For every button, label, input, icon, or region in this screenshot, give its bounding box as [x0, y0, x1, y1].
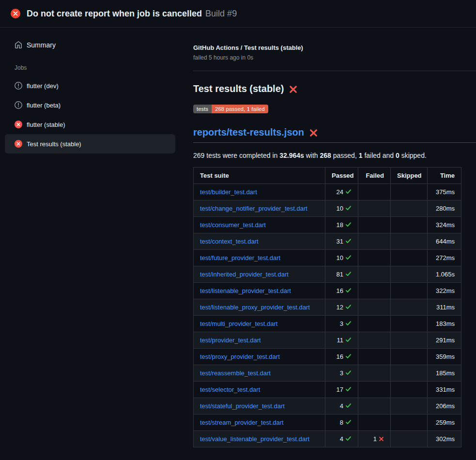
skipped-cell	[391, 283, 428, 299]
passed-cell: 12	[325, 299, 358, 316]
skipped-cell	[391, 266, 428, 283]
test-suite-link[interactable]: test/value_listenable_provider_test.dart	[200, 435, 309, 443]
test-results-table: Test suitePassedFailedSkippedTime test/b…	[193, 167, 461, 447]
test-suite-row: test/consumer_test.dart18324ms	[194, 217, 461, 233]
test-suite-row: test/value_listenable_provider_test.dart…	[194, 431, 461, 447]
sidebar-summary-label: Summary	[27, 41, 56, 49]
test-suite-link[interactable]: test/stateful_provider_test.dart	[200, 402, 285, 410]
failed-cell	[358, 217, 391, 233]
time-cell: 331ms	[428, 382, 461, 398]
time-cell: 183ms	[428, 316, 461, 332]
build-number: Build #9	[205, 9, 237, 18]
test-suite-row: test/provider_test.dart11291ms	[194, 332, 461, 349]
failed-cell	[358, 184, 391, 200]
failed-cell	[358, 299, 391, 316]
report-link[interactable]: reports/test-results.json	[193, 127, 304, 138]
count-value: 31	[337, 238, 343, 245]
test-suite-row: test/future_provider_test.dart10272ms	[194, 250, 461, 266]
test-suite-link[interactable]: test/provider_test.dart	[200, 337, 261, 344]
time-cell: 375ms	[428, 184, 461, 200]
time-cell: 291ms	[428, 332, 461, 349]
test-suite-link[interactable]: test/reassemble_test.dart	[200, 369, 271, 377]
failed-cell	[358, 200, 391, 217]
sidebar-job-item[interactable]: flutter (dev)	[5, 76, 175, 95]
count-value: 18	[337, 221, 343, 229]
test-suite-link[interactable]: test/multi_provider_test.dart	[200, 320, 277, 327]
passed-cell: 10	[325, 250, 358, 266]
count-value: 8	[340, 419, 343, 426]
test-suite-link[interactable]: test/listenable_provider_test.dart	[200, 287, 291, 294]
suite-cell: test/listenable_proxy_provider_test.dart	[194, 299, 325, 316]
check-icon	[345, 353, 352, 359]
failed-x-icon	[309, 129, 318, 137]
check-icon	[345, 386, 352, 392]
test-suite-link[interactable]: test/proxy_provider_test.dart	[200, 353, 280, 360]
passed-cell: 16	[325, 283, 358, 299]
summary-failed-count: 1	[359, 152, 363, 159]
check-icon	[345, 271, 352, 277]
skipped-cell	[391, 414, 428, 431]
check-icon	[345, 337, 352, 343]
test-suite-link[interactable]: test/future_provider_test.dart	[200, 254, 280, 261]
failed-cell	[358, 349, 391, 365]
test-suite-link[interactable]: test/listenable_proxy_provider_test.dart	[200, 304, 310, 311]
passed-cell: 3	[325, 316, 358, 332]
sidebar-job-item[interactable]: flutter (stable)	[5, 115, 175, 134]
job-label: flutter (dev)	[27, 82, 59, 90]
failed-x-icon	[289, 85, 297, 93]
passed-cell: 11	[325, 332, 358, 349]
summary-prefix: 269 tests were completed in	[193, 152, 279, 159]
column-header: Failed	[358, 168, 391, 184]
column-header: Skipped	[391, 168, 428, 184]
sidebar-job-item[interactable]: Test results (stable)	[5, 134, 175, 153]
failed-cell: 1	[358, 431, 391, 447]
summary-text: passed,	[331, 152, 359, 159]
summary-passed-count: 268	[320, 152, 331, 159]
test-suite-link[interactable]: test/change_notifier_provider_test.dart	[200, 205, 307, 212]
time-cell: 302ms	[428, 431, 461, 447]
passed-cell: 8	[325, 414, 358, 431]
skipped-cell	[391, 365, 428, 382]
sidebar: Summary Jobs flutter (dev)flutter (beta)…	[0, 28, 179, 153]
passed-cell: 4	[325, 431, 358, 447]
check-icon	[345, 238, 352, 244]
time-cell: 259ms	[428, 414, 461, 431]
count-value: 81	[337, 271, 343, 278]
test-suite-link[interactable]: test/consumer_test.dart	[200, 221, 266, 229]
test-suite-link[interactable]: test/selector_test.dart	[200, 386, 260, 393]
table-header: Test suitePassedFailedSkippedTime	[194, 168, 461, 184]
job-label: flutter (stable)	[27, 121, 65, 128]
test-suite-link[interactable]: test/builder_test.dart	[200, 188, 257, 196]
check-icon	[345, 435, 352, 442]
summary-text: skipped.	[399, 152, 427, 159]
check-icon	[345, 287, 352, 293]
check-icon	[345, 320, 352, 326]
suite-cell: test/change_notifier_provider_test.dart	[194, 200, 325, 217]
passed-cell: 10	[325, 200, 358, 217]
suite-cell: test/consumer_test.dart	[194, 217, 325, 233]
test-suite-row: test/listenable_proxy_provider_test.dart…	[194, 299, 461, 316]
test-suite-row: test/change_notifier_provider_test.dart1…	[194, 200, 461, 217]
test-suite-row: test/stream_provider_test.dart8259ms	[194, 414, 461, 431]
main-content: GitHub Actions / Test results (stable) f…	[179, 28, 476, 447]
test-suite-link[interactable]: test/stream_provider_test.dart	[200, 419, 284, 426]
suite-cell: test/inherited_provider_test.dart	[194, 266, 325, 283]
suite-cell: test/proxy_provider_test.dart	[194, 349, 325, 365]
test-suite-link[interactable]: test/context_test.dart	[200, 238, 259, 245]
test-suite-row: test/context_test.dart31644ms	[194, 233, 461, 250]
suite-cell: test/context_test.dart	[194, 233, 325, 250]
suite-cell: test/future_provider_test.dart	[194, 250, 325, 266]
suite-cell: test/value_listenable_provider_test.dart	[194, 431, 325, 447]
suite-cell: test/stream_provider_test.dart	[194, 414, 325, 431]
passed-cell: 16	[325, 349, 358, 365]
sidebar-job-item[interactable]: flutter (beta)	[5, 95, 175, 115]
test-suite-row: test/inherited_provider_test.dart811.065…	[194, 266, 461, 283]
sidebar-item-summary[interactable]: Summary	[5, 35, 175, 55]
test-suite-link[interactable]: test/inherited_provider_test.dart	[200, 271, 289, 278]
table-header-row: Test suitePassedFailedSkippedTime	[194, 168, 461, 184]
suite-cell: test/reassemble_test.dart	[194, 365, 325, 382]
run-header: Do not create report when job is cancell…	[0, 0, 476, 28]
test-suite-row: test/proxy_provider_test.dart16359ms	[194, 349, 461, 365]
summary-text: with	[304, 152, 320, 159]
count-value: 10	[337, 254, 343, 261]
